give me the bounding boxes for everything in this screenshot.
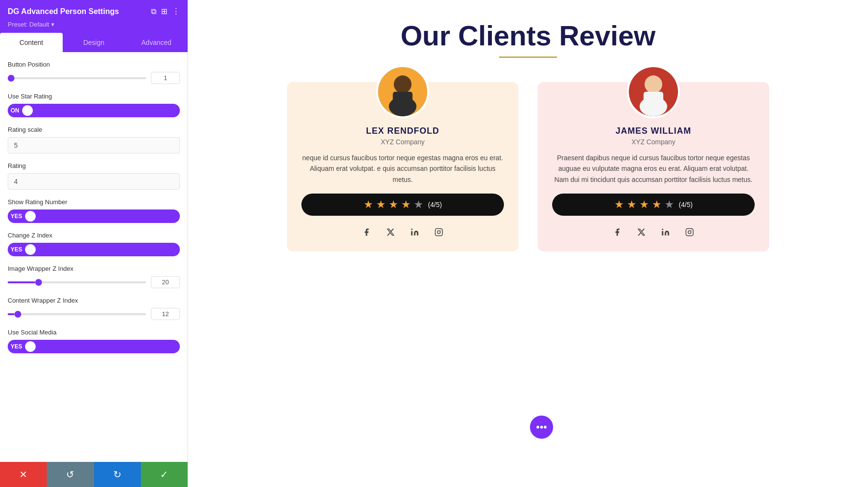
- twitter-icon-2[interactable]: [634, 224, 649, 240]
- layout-icon[interactable]: ⊞: [161, 7, 167, 16]
- button-position-label: Button Position: [8, 61, 180, 68]
- sidebar-header-icons: ⧉ ⊞ ⋮: [151, 7, 180, 16]
- section-title: Our Clients Review: [401, 19, 656, 52]
- floating-action-button[interactable]: •••: [530, 416, 553, 439]
- instagram-icon-2[interactable]: [682, 224, 697, 240]
- rating-scale-input[interactable]: [8, 137, 180, 153]
- show-rating-number-toggle[interactable]: YES: [8, 209, 180, 223]
- change-z-index-toggle[interactable]: YES: [8, 243, 180, 256]
- facebook-icon-1[interactable]: [359, 224, 374, 240]
- content-wrapper-slider-track[interactable]: [8, 313, 146, 315]
- button-position-value[interactable]: [151, 72, 180, 84]
- avatar-2: [627, 65, 680, 118]
- reviewer-text-1: neque id cursus faucibus tortor neque eg…: [301, 153, 504, 185]
- linkedin-icon-2[interactable]: [658, 224, 673, 240]
- star-2-3: ★: [639, 198, 649, 211]
- svg-point-7: [440, 230, 441, 231]
- change-z-index-state: YES: [11, 246, 22, 253]
- svg-point-0: [394, 75, 412, 93]
- tab-design[interactable]: Design: [63, 33, 125, 52]
- star-1-2: ★: [376, 198, 386, 211]
- star-2-4: ★: [652, 198, 662, 211]
- change-z-index-label: Change Z Index: [8, 232, 180, 239]
- show-rating-number-label: Show Rating Number: [8, 198, 180, 206]
- content-wrapper-z-index-field: Content Wrapper Z Index: [8, 297, 180, 320]
- instagram-icon-1[interactable]: [431, 224, 447, 240]
- reviewer-company-1: XYZ Company: [380, 138, 424, 146]
- linkedin-icon-1[interactable]: [407, 224, 422, 240]
- social-row-1: [359, 224, 447, 240]
- tab-content[interactable]: Content: [0, 33, 63, 52]
- dots-icon: •••: [536, 421, 547, 433]
- avatar-1: [376, 65, 429, 118]
- content-wrapper-z-value[interactable]: [151, 308, 180, 320]
- star-1-5: ★: [414, 198, 423, 211]
- image-wrapper-z-value[interactable]: [151, 276, 180, 288]
- sidebar-toolbar: ✕ ↺ ↻ ✓: [0, 462, 188, 487]
- show-rating-number-state: YES: [11, 213, 22, 220]
- svg-point-8: [645, 75, 663, 93]
- svg-rect-10: [644, 92, 664, 107]
- image-wrapper-z-index-field: Image Wrapper Z Index: [8, 265, 180, 288]
- svg-point-6: [437, 231, 440, 234]
- svg-rect-5: [435, 229, 443, 236]
- more-icon[interactable]: ⋮: [172, 7, 180, 16]
- button-position-field: Button Position: [8, 61, 180, 84]
- svg-rect-3: [411, 231, 413, 236]
- sidebar-title: DG Advanced Person Settings: [8, 7, 119, 16]
- svg-rect-2: [393, 92, 413, 107]
- sidebar-preset[interactable]: Preset: Default ▾: [0, 21, 188, 33]
- use-star-rating-toggle[interactable]: ON: [8, 104, 180, 117]
- rating-text-2: (4/5): [679, 201, 693, 209]
- toggle-circle-3: [25, 244, 36, 255]
- star-2-2: ★: [627, 198, 637, 211]
- image-wrapper-z-index-label: Image Wrapper Z Index: [8, 265, 180, 272]
- star-1-3: ★: [389, 198, 398, 211]
- use-star-rating-state: ON: [11, 107, 19, 114]
- toggle-circle-4: [25, 341, 36, 352]
- cards-row: LEX RENDFOLD XYZ Company neque id cursus…: [287, 82, 769, 251]
- reviewer-text-2: Praesent dapibus neque id cursus faucibu…: [552, 153, 755, 185]
- image-wrapper-slider-track[interactable]: [8, 281, 146, 283]
- svg-point-14: [688, 231, 691, 234]
- social-row-2: [610, 224, 697, 240]
- reviewer-name-2: JAMES WILLIAM: [616, 126, 692, 136]
- rating-text-1: (4/5): [428, 201, 442, 209]
- twitter-icon-1[interactable]: [383, 224, 398, 240]
- undo-button[interactable]: ↺: [47, 462, 94, 487]
- content-wrapper-z-index-label: Content Wrapper Z Index: [8, 297, 180, 304]
- sidebar-content: Button Position Use Star Rating ON Ratin…: [0, 52, 188, 462]
- image-wrapper-slider-row: [8, 276, 180, 288]
- reviewer-company-2: XYZ Company: [631, 138, 675, 146]
- cancel-button[interactable]: ✕: [0, 462, 47, 487]
- rating-scale-label: Rating scale: [8, 126, 180, 133]
- svg-point-15: [691, 230, 692, 231]
- rating-field: Rating: [8, 162, 180, 190]
- star-1-1: ★: [364, 198, 373, 211]
- star-2-1: ★: [614, 198, 624, 211]
- rating-scale-field: Rating scale: [8, 126, 180, 153]
- main-content: Our Clients Review LEX RENDFOLD XYZ Comp…: [188, 0, 868, 487]
- save-button[interactable]: ✓: [141, 462, 188, 487]
- section-divider: [499, 56, 557, 58]
- tab-advanced[interactable]: Advanced: [125, 33, 188, 52]
- rating-input[interactable]: [8, 173, 180, 190]
- use-social-media-field: Use Social Media YES: [8, 329, 180, 353]
- star-2-5: ★: [665, 198, 674, 211]
- use-social-media-toggle[interactable]: YES: [8, 340, 180, 353]
- star-1-4: ★: [401, 198, 411, 211]
- redo-button[interactable]: ↻: [94, 462, 141, 487]
- sidebar-header: DG Advanced Person Settings ⧉ ⊞ ⋮: [0, 0, 188, 21]
- svg-rect-11: [662, 231, 664, 236]
- window-icon[interactable]: ⧉: [151, 7, 156, 16]
- avatar-image-1: [378, 67, 427, 116]
- reviewer-name-1: LEX RENDFOLD: [366, 126, 439, 136]
- review-card-2: JAMES WILLIAM XYZ Company Praesent dapib…: [538, 82, 769, 251]
- facebook-icon-2[interactable]: [610, 224, 625, 240]
- avatar-image-2: [629, 67, 678, 116]
- change-z-index-field: Change Z Index YES: [8, 232, 180, 256]
- button-position-slider-track[interactable]: [8, 77, 146, 79]
- toggle-circle-2: [25, 211, 36, 222]
- rating-bar-2: ★ ★ ★ ★ ★ (4/5): [552, 194, 755, 216]
- rating-label: Rating: [8, 162, 180, 169]
